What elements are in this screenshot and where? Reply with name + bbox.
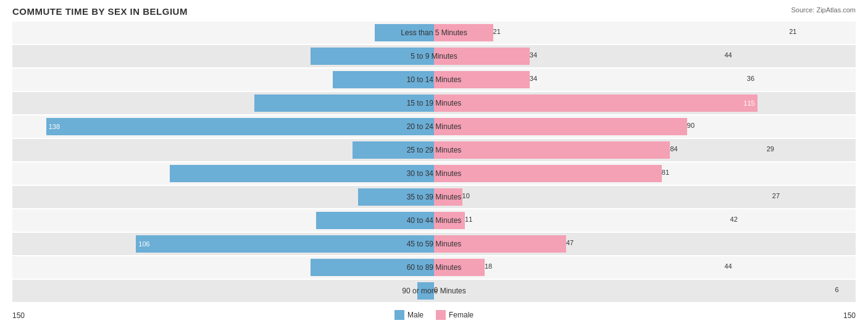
female-value: 18 bbox=[485, 262, 492, 270]
source-label: Source: ZipAtlas.com bbox=[791, 6, 856, 14]
male-value: 44 bbox=[724, 51, 732, 59]
legend-male-box bbox=[394, 310, 404, 320]
chart-row: 40 to 44 Minutes4211 bbox=[12, 209, 856, 232]
row-label: 90 or more Minutes bbox=[402, 287, 465, 295]
row-label: 15 to 19 Minutes bbox=[407, 99, 462, 107]
chart-row: 45 to 59 Minutes10647 bbox=[12, 233, 856, 255]
row-label: 10 to 14 Minutes bbox=[407, 75, 462, 84]
row-label: 30 to 34 Minutes bbox=[407, 169, 462, 178]
male-bar bbox=[170, 165, 434, 182]
chart-row: Less than 5 Minutes2121 bbox=[12, 22, 856, 44]
female-value: 84 bbox=[670, 145, 677, 153]
row-label: 45 to 59 Minutes bbox=[407, 240, 462, 248]
row-label: Less than 5 Minutes bbox=[401, 28, 467, 37]
row-label: 20 to 24 Minutes bbox=[407, 122, 462, 131]
chart-row: 90 or more Minutes60 bbox=[12, 280, 856, 302]
female-value: 11 bbox=[465, 216, 472, 223]
female-value: 81 bbox=[662, 169, 669, 176]
male-value: 36 bbox=[747, 75, 754, 82]
male-value: 27 bbox=[772, 192, 780, 199]
legend-male-label: Male bbox=[407, 311, 424, 319]
female-bar bbox=[434, 141, 670, 159]
male-value: 29 bbox=[767, 145, 774, 153]
female-bar bbox=[434, 165, 662, 182]
female-value: 34 bbox=[530, 75, 537, 82]
row-label: 5 to 9 Minutes bbox=[411, 52, 457, 61]
chart-row: 60 to 89 Minutes4418 bbox=[12, 256, 856, 279]
female-value: 34 bbox=[530, 51, 537, 59]
female-value: 21 bbox=[493, 28, 501, 35]
row-label: 35 to 39 Minutes bbox=[407, 193, 462, 201]
male-bar: 106 bbox=[136, 235, 434, 253]
chart-row: 5 to 9 Minutes4434 bbox=[12, 45, 856, 67]
chart-row: 35 to 39 Minutes2710 bbox=[12, 186, 856, 208]
male-value: 6 bbox=[835, 286, 839, 293]
legend-female-box bbox=[436, 310, 446, 320]
female-value: 115 bbox=[743, 99, 757, 107]
chart-row: 10 to 14 Minutes3634 bbox=[12, 69, 856, 91]
chart-row: 20 to 24 Minutes13890 bbox=[12, 115, 856, 138]
female-value: 90 bbox=[687, 122, 695, 129]
female-value: 47 bbox=[566, 239, 574, 246]
legend-male: Male bbox=[394, 310, 424, 320]
row-label: 25 to 29 Minutes bbox=[407, 146, 462, 154]
row-label: 60 to 89 Minutes bbox=[407, 263, 462, 272]
female-bar bbox=[434, 118, 687, 135]
male-value: 106 bbox=[136, 240, 149, 248]
axis-label-left: 150 bbox=[12, 311, 25, 320]
axis-label-right: 150 bbox=[843, 311, 856, 320]
female-bar: 115 bbox=[434, 94, 757, 112]
male-value: 21 bbox=[789, 28, 796, 35]
male-bar: 138 bbox=[46, 118, 434, 135]
chart-row: 25 to 29 Minutes2984 bbox=[12, 139, 856, 161]
chart-row: 15 to 19 Minutes64115 bbox=[12, 92, 856, 114]
female-value: 10 bbox=[462, 192, 470, 199]
legend: Male Female bbox=[394, 310, 474, 320]
male-value: 138 bbox=[46, 123, 60, 130]
chart-row: 30 to 34 Minutes9481 bbox=[12, 162, 856, 185]
legend-female: Female bbox=[436, 310, 474, 320]
male-value: 44 bbox=[724, 262, 732, 270]
legend-female-label: Female bbox=[449, 311, 474, 319]
chart-container: COMMUTE TIME BY SEX IN BELGIUM Source: Z… bbox=[0, 0, 868, 323]
male-value: 42 bbox=[730, 216, 738, 223]
chart-title: COMMUTE TIME BY SEX IN BELGIUM bbox=[12, 6, 856, 17]
row-label: 40 to 44 Minutes bbox=[407, 216, 462, 225]
chart-area: Less than 5 Minutes21215 to 9 Minutes443… bbox=[12, 22, 856, 287]
